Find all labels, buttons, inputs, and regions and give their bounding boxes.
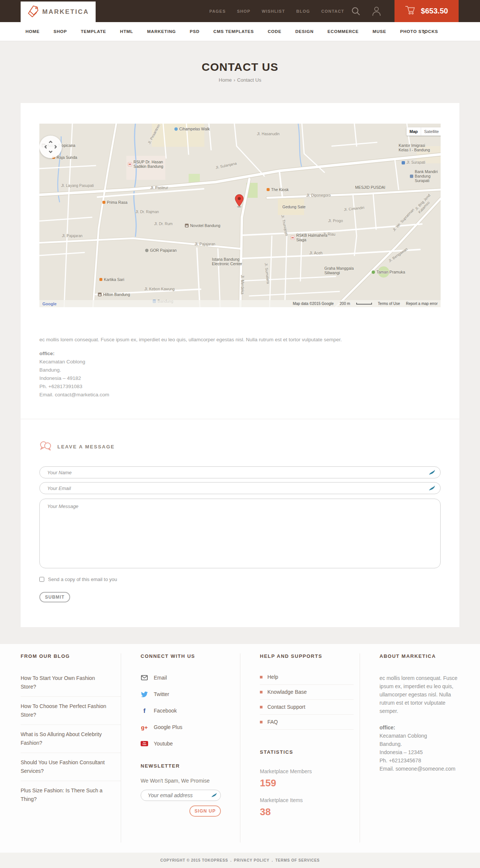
cart-total: $653.50: [421, 7, 448, 15]
food-poi-icon: [99, 278, 102, 281]
terms-of-services-link[interactable]: TERMS OF SERVICES: [275, 858, 320, 862]
address-line: Kecamatan Coblong: [380, 732, 459, 740]
nav-blog[interactable]: BLOG: [296, 9, 310, 13]
name-input[interactable]: [39, 466, 441, 478]
blog-link[interactable]: Should You Use Fashion Consultant Servic…: [21, 758, 121, 781]
cat-design[interactable]: DESIGN: [295, 29, 314, 34]
privacy-policy-link[interactable]: PRIVACY POLICY: [234, 858, 270, 862]
footer-help-column: HELP AND SUPPORTS Help Knowladge Base Co…: [240, 653, 360, 843]
help-link[interactable]: Contact Support: [260, 704, 354, 715]
cart-icon: [405, 5, 416, 17]
brand-logo[interactable]: MARKETICA: [21, 1, 96, 22]
food-poi-icon: [102, 201, 105, 204]
satellite-view-button[interactable]: Satellite: [421, 127, 441, 136]
map-label: Jl. Merdeka: [240, 275, 244, 294]
message-textarea[interactable]: [39, 499, 441, 568]
map-label: Gedung Sate: [282, 205, 306, 209]
bullet-square-icon: [260, 691, 262, 693]
footer-about-column: ABOUT MARKETICA ec mollis lorem consequa…: [360, 653, 459, 843]
about-text: ec mollis lorem consequat. Fusce ipsum e…: [380, 674, 459, 715]
leave-message-section: LEAVE A MESSAGE Send a copy of this emai…: [21, 419, 459, 602]
breadcrumb-home[interactable]: Home: [219, 77, 232, 83]
map-view-button[interactable]: Map: [406, 127, 421, 136]
cat-home[interactable]: HOME: [26, 29, 40, 34]
cat-cms-templates[interactable]: CMS TEMPLATES: [213, 29, 254, 34]
map-pan-control[interactable]: [39, 136, 62, 158]
pen-icon: [429, 485, 435, 492]
map-label: Jl. Pajajaran: [62, 234, 82, 238]
account-icon[interactable]: [372, 6, 381, 18]
shop-poi-icon: [174, 127, 178, 131]
map-label: Jl. Dr. Rum: [154, 222, 172, 226]
nav-contact[interactable]: CONTACT: [321, 9, 344, 13]
map-label: MESJID PUSDAI: [355, 185, 386, 190]
map-data-credit: Map data ©2015 Google: [293, 302, 334, 306]
help-link[interactable]: Knowladge Base: [260, 689, 354, 700]
footer-connect-column: CONNECT WITH US Email Twitter f Facebook…: [121, 653, 240, 843]
map-label: Jl. Bengawan: [388, 247, 409, 263]
terms-of-use-link[interactable]: Terms of Use: [378, 302, 400, 306]
send-copy-checkbox[interactable]: [39, 577, 44, 582]
footer-about-title: ABOUT MARKETICA: [380, 653, 459, 659]
search-icon[interactable]: [351, 6, 361, 18]
cat-template[interactable]: TEMPLATE: [81, 29, 106, 34]
map-label: Graha Manggala Siliwangi: [324, 266, 354, 275]
help-link[interactable]: Help: [260, 674, 354, 685]
social-facebook-link[interactable]: f Facebook: [141, 707, 240, 714]
statistics-title: STATISTICS: [260, 749, 360, 755]
email-icon: [141, 675, 148, 680]
chevron-double-down-icon[interactable]: [422, 29, 427, 36]
help-link[interactable]: FAQ: [260, 719, 354, 730]
social-youtube-link[interactable]: YouTube Youtube: [141, 740, 240, 747]
nav-pages[interactable]: PAGES: [209, 9, 226, 13]
address-line: Kecamatan Coblong: [39, 358, 441, 366]
cat-psd[interactable]: PSD: [190, 29, 200, 34]
map-label: Jl. Sumatera: [264, 263, 270, 284]
social-twitter-link[interactable]: Twitter: [141, 690, 240, 698]
footer-connect-title: CONNECT WITH US: [141, 653, 240, 659]
nav-wishlist[interactable]: WISHLIST: [262, 9, 285, 13]
map-label: Kantor Imigrasi Kelas I - Bandung: [399, 143, 430, 152]
office-address-block: office: Kecamatan Coblong Bandung. Indon…: [39, 350, 441, 399]
spacer: [0, 627, 480, 644]
blog-link[interactable]: How To Start Your Own Fashion Store?: [21, 674, 121, 697]
cat-ecommerce[interactable]: ECOMMERCE: [327, 29, 358, 34]
address-line: Bandung.: [380, 740, 459, 748]
newsletter-signup-button[interactable]: SIGN UP: [189, 805, 221, 817]
cat-muse[interactable]: MUSE: [373, 29, 386, 34]
leave-message-heading: LEAVE A MESSAGE: [57, 444, 115, 450]
hospital-poi-icon: H: [128, 162, 132, 166]
cat-photo-stocks[interactable]: PHOTO STOCKS: [400, 29, 438, 34]
hospital-poi-icon: H: [291, 236, 295, 240]
stat-value: 38: [260, 806, 360, 818]
cat-shop[interactable]: SHOP: [54, 29, 67, 34]
cart-button[interactable]: $653.50: [394, 0, 459, 22]
newsletter-email-input[interactable]: [141, 790, 221, 801]
bullet-square-icon: [260, 706, 262, 708]
footer-blog-title: FROM OUR BLOG: [21, 653, 121, 659]
breadcrumb: Home›Contact Us: [0, 77, 480, 83]
cat-html[interactable]: HTML: [120, 29, 133, 34]
address-line: Email. someone@someone.com: [380, 765, 459, 773]
hotel-poi-icon: [185, 224, 189, 227]
map-label: Jl. Wr. Supratman: [392, 208, 416, 232]
email-input[interactable]: [39, 482, 441, 494]
blog-link[interactable]: What is So Alluring About Celebrity Fash…: [21, 730, 121, 753]
office-label: office:: [39, 350, 441, 358]
map-marker-pin[interactable]: [234, 194, 244, 209]
address-line: Indonesia – 12345: [380, 748, 459, 756]
blog-link[interactable]: How To Choose The Perfect Fashion Store?: [21, 702, 121, 725]
page-header: CONTACT US Home›Contact Us: [0, 41, 480, 103]
submit-button[interactable]: SUBMIT: [39, 592, 70, 602]
nav-shop[interactable]: SHOP: [237, 9, 250, 13]
blog-link[interactable]: Plus Size Fashion: Is There Such a Thing…: [21, 786, 121, 809]
social-googleplus-link[interactable]: g+ Google Plus: [141, 723, 240, 731]
social-email-link[interactable]: Email: [141, 674, 240, 681]
map-label: Jl. Brig Jend Katamso: [414, 191, 436, 214]
map-label: Jl. Dr. Rajman: [135, 210, 159, 214]
address-line: Email. contact@marketica.com: [39, 391, 441, 399]
cat-code[interactable]: CODE: [268, 29, 281, 34]
google-map[interactable]: Cihampelas WalkJl. HasanudinJl. Pesantre…: [39, 124, 441, 307]
cat-marketing[interactable]: MARKETING: [147, 29, 176, 34]
report-map-error-link[interactable]: Report a map error: [406, 302, 438, 306]
